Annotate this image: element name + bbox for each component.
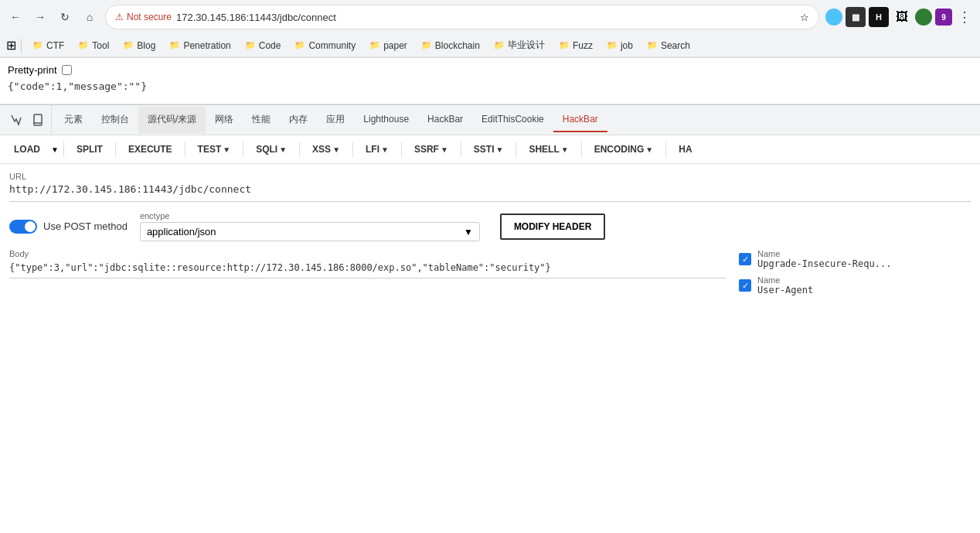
bookmark-penetration[interactable]: 📁 Penetration bbox=[163, 38, 236, 53]
hackbar-content: URL http://172.30.145.186:11443/jdbc/con… bbox=[0, 164, 980, 309]
svg-rect-0 bbox=[34, 114, 42, 125]
security-warning: ⚠ Not secure bbox=[115, 12, 172, 22]
xss-arrow-icon: ▼ bbox=[332, 145, 340, 154]
device-icon[interactable] bbox=[28, 110, 48, 130]
star-icon[interactable]: ☆ bbox=[800, 12, 809, 23]
bookmark-tool[interactable]: 📁 Tool bbox=[72, 38, 115, 53]
execute-button[interactable]: EXECUTE bbox=[121, 140, 180, 159]
tab-elements[interactable]: 元素 bbox=[55, 107, 92, 134]
load-button[interactable]: LOAD bbox=[6, 140, 48, 159]
forward-button[interactable]: → bbox=[31, 8, 49, 26]
sqli-arrow-icon: ▼ bbox=[279, 145, 287, 154]
header-1-name-value[interactable]: Upgrade-Insecure-Requ... bbox=[757, 258, 891, 269]
body-section: Body {"type":3,"url":"jdbc:sqlite::resou… bbox=[9, 249, 726, 278]
bookmark-ctf[interactable]: 📁 CTF bbox=[26, 38, 70, 53]
bookmark-fuzz[interactable]: 📁 Fuzz bbox=[553, 38, 599, 53]
bookmark-label: Community bbox=[308, 40, 356, 51]
ssrf-button[interactable]: SSRF ▼ bbox=[407, 140, 456, 159]
bookmark-blog[interactable]: 📁 Blog bbox=[117, 38, 162, 53]
post-method-toggle-section: Use POST method bbox=[9, 220, 128, 234]
divider-9 bbox=[516, 142, 516, 157]
tab-memory[interactable]: 内存 bbox=[280, 107, 317, 134]
ha-button[interactable]: HA bbox=[671, 140, 699, 159]
shell-button[interactable]: SHELL ▼ bbox=[521, 140, 576, 159]
header-1-checkbox[interactable]: ✓ bbox=[739, 253, 751, 265]
modify-header-button[interactable]: MODIFY HEADER bbox=[500, 214, 605, 240]
divider-8 bbox=[461, 142, 461, 157]
more-options-button[interactable]: ⋮ bbox=[955, 8, 974, 26]
divider-5 bbox=[299, 142, 300, 157]
tab-performance[interactable]: 性能 bbox=[243, 107, 280, 134]
bookmark-label: Fuzz bbox=[573, 40, 593, 51]
encoding-button[interactable]: ENCODING ▼ bbox=[587, 140, 662, 159]
ext-icon-3[interactable]: H bbox=[869, 7, 889, 27]
warning-icon: ⚠ bbox=[115, 12, 124, 22]
bookmark-label: paper bbox=[383, 40, 407, 51]
devtools-panel: 元素 控制台 源代码/来源 网络 性能 内存 应用 Lighthouse Hac… bbox=[0, 104, 980, 309]
bookmark-code[interactable]: 📁 Code bbox=[239, 38, 288, 53]
divider-1 bbox=[63, 142, 64, 157]
enctype-section: enctype application/json ▼ bbox=[140, 211, 488, 241]
bookmark-community[interactable]: 📁 Community bbox=[288, 38, 362, 53]
ext-icon-1[interactable] bbox=[825, 9, 842, 26]
load-arrow[interactable]: ▼ bbox=[51, 145, 59, 154]
bookmark-search[interactable]: 📁 Search bbox=[641, 38, 696, 53]
hackbar-bottom-row: Body {"type":3,"url":"jdbc:sqlite::resou… bbox=[9, 249, 971, 302]
ssti-button[interactable]: SSTI ▼ bbox=[466, 140, 512, 159]
bookmark-blockchain[interactable]: 📁 Blockchain bbox=[415, 38, 486, 53]
folder-icon: 📁 bbox=[294, 40, 305, 50]
ssti-arrow-icon: ▼ bbox=[496, 145, 504, 154]
header-2-name-value[interactable]: User-Agent bbox=[757, 285, 813, 296]
devtools-tabs: 元素 控制台 源代码/来源 网络 性能 内存 应用 Lighthouse Hac… bbox=[0, 105, 980, 135]
header-2-checkbox[interactable]: ✓ bbox=[739, 279, 751, 292]
home-button[interactable]: ⌂ bbox=[80, 8, 99, 26]
warning-text: Not secure bbox=[127, 12, 172, 22]
address-url[interactable]: 172.30.145.186:11443/jdbc/connect bbox=[176, 12, 795, 23]
address-bar[interactable]: ⚠ Not secure 172.30.145.186:11443/jdbc/c… bbox=[105, 5, 819, 29]
ext-icon-6[interactable]: 9 bbox=[935, 9, 952, 26]
enctype-select[interactable]: application/json ▼ bbox=[140, 222, 480, 241]
tab-lighthouse[interactable]: Lighthouse bbox=[354, 108, 418, 132]
ext-icon-4[interactable]: 🖼 bbox=[892, 7, 912, 27]
divider-7 bbox=[401, 142, 402, 157]
post-method-toggle[interactable] bbox=[9, 220, 37, 234]
ext-icon-2[interactable]: ▦ bbox=[846, 7, 866, 27]
tab-hackbar-first[interactable]: HackBar bbox=[418, 108, 472, 132]
header-row-1: ✓ Name Upgrade-Insecure-Requ... bbox=[739, 249, 971, 269]
folder-icon: 📁 bbox=[421, 40, 432, 50]
test-button[interactable]: TEST ▼ bbox=[190, 140, 239, 159]
tab-network[interactable]: 网络 bbox=[206, 107, 243, 134]
folder-icon: 📁 bbox=[123, 40, 134, 50]
back-button[interactable]: ← bbox=[6, 8, 25, 26]
tab-console[interactable]: 控制台 bbox=[92, 107, 138, 134]
xss-button[interactable]: XSS ▼ bbox=[305, 140, 348, 159]
pretty-print-checkbox[interactable] bbox=[62, 65, 72, 75]
inspect-icon[interactable] bbox=[6, 110, 26, 130]
hackbar-toolbar: LOAD ▼ SPLIT EXECUTE TEST ▼ SQLI ▼ XSS ▼… bbox=[0, 135, 980, 164]
tab-source[interactable]: 源代码/来源 bbox=[138, 107, 206, 134]
split-button[interactable]: SPLIT bbox=[69, 140, 111, 159]
header-1-content: Name Upgrade-Insecure-Requ... bbox=[757, 249, 891, 269]
bookmark-graduation[interactable]: 📁 毕业设计 bbox=[488, 36, 551, 54]
ext-icon-5[interactable] bbox=[915, 9, 932, 26]
divider-10 bbox=[581, 142, 582, 157]
hackbar-middle-row: Use POST method enctype application/json… bbox=[9, 211, 971, 241]
header-1-name-label: Name bbox=[757, 249, 891, 258]
divider-11 bbox=[665, 142, 666, 157]
enctype-label: enctype bbox=[140, 211, 488, 220]
lfi-button[interactable]: LFI ▼ bbox=[358, 140, 396, 159]
body-value[interactable]: {"type":3,"url":"jdbc:sqlite::resource:h… bbox=[9, 261, 726, 278]
lfi-arrow-icon: ▼ bbox=[381, 145, 389, 154]
tab-application[interactable]: 应用 bbox=[317, 107, 354, 134]
url-value[interactable]: http://172.30.145.186:11443/jdbc/connect bbox=[9, 183, 971, 195]
apps-icon[interactable]: ⊞ bbox=[6, 38, 16, 53]
tab-hackbar-active[interactable]: HackBar bbox=[553, 108, 607, 132]
reload-button[interactable]: ↻ bbox=[56, 8, 74, 26]
folder-icon: 📁 bbox=[494, 40, 505, 50]
bookmark-label: job bbox=[621, 40, 633, 51]
bookmark-paper[interactable]: 📁 paper bbox=[363, 38, 413, 53]
checkmark-icon: ✓ bbox=[742, 255, 749, 265]
bookmark-job[interactable]: 📁 job bbox=[601, 38, 639, 53]
sqli-button[interactable]: SQLI ▼ bbox=[248, 140, 294, 159]
tab-editthiscookie[interactable]: EditThisCookie bbox=[472, 108, 553, 132]
